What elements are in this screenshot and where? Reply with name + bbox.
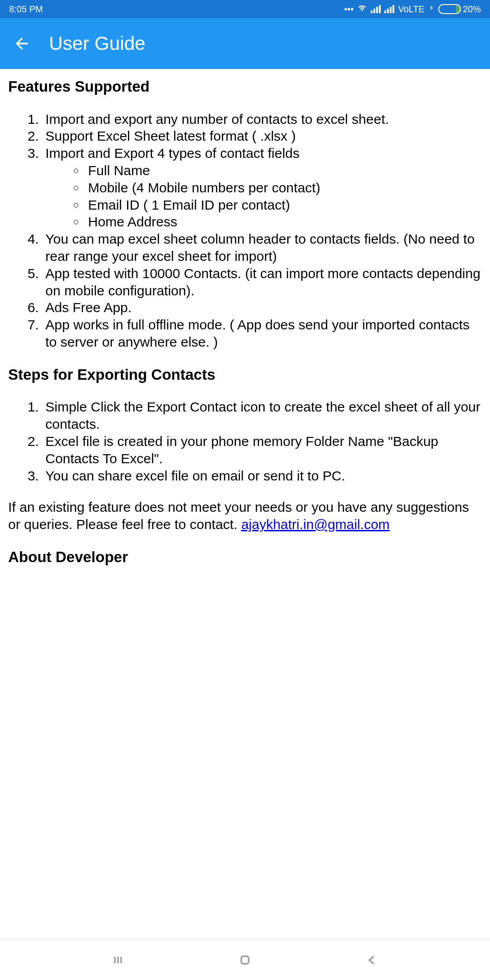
feature-item: Support Excel Sheet latest format ( .xls…: [43, 127, 482, 145]
signal-bars-1-icon: [371, 5, 381, 13]
feature-sub-item: Mobile (4 Mobile numbers per contact): [85, 179, 482, 196]
feature-item-text: Import and Export 4 types of contact fie…: [45, 146, 299, 161]
page-title: User Guide: [49, 33, 145, 54]
battery-icon: [438, 4, 461, 14]
feature-item: Ads Free App.: [43, 299, 482, 316]
about-heading: About Developer: [8, 548, 482, 567]
volte-label: VoLTE: [398, 4, 425, 15]
back-button[interactable]: [11, 33, 33, 54]
export-step-item: You can share excel file on email or sen…: [43, 467, 482, 485]
feature-item: You can map excel sheet column header to…: [43, 230, 482, 265]
status-right: ••• VoLTE 20%: [344, 4, 481, 15]
contact-paragraph: If an existing feature does not meet you…: [8, 499, 482, 533]
contact-email-link[interactable]: ajaykhatri.in@gmail.com: [241, 517, 390, 532]
charging-icon: [428, 4, 435, 15]
feature-item: Import and export any number of contacts…: [43, 111, 482, 128]
more-icon: •••: [344, 4, 353, 15]
feature-item: Import and Export 4 types of contact fie…: [43, 145, 482, 230]
status-time: 8:05 PM: [9, 4, 43, 15]
export-step-item: Simple Click the Export Contact icon to …: [43, 398, 482, 433]
svg-rect-3: [241, 956, 249, 963]
contact-text: If an existing feature does not meet you…: [8, 500, 469, 532]
feature-sublist: Full Name Mobile (4 Mobile numbers per c…: [45, 162, 482, 230]
wifi-icon: [357, 4, 367, 15]
feature-item: App tested with 10000 Contacts. (it can …: [43, 265, 482, 299]
battery-indicator: 20%: [438, 4, 481, 15]
export-step-item: Excel file is created in your phone memo…: [43, 433, 482, 467]
feature-item: App works in full offline mode. ( App do…: [43, 316, 482, 351]
app-bar: User Guide: [0, 18, 490, 69]
features-heading: Features Supported: [8, 77, 482, 96]
export-steps-list: Simple Click the Export Contact icon to …: [8, 398, 482, 484]
recent-apps-button[interactable]: [107, 949, 129, 971]
home-button[interactable]: [234, 949, 256, 971]
chevron-left-icon: [366, 954, 378, 966]
navigation-bar: [0, 939, 490, 980]
features-list: Import and export any number of contacts…: [8, 111, 482, 351]
signal-bars-2-icon: [384, 5, 394, 13]
menu-icon: [112, 954, 124, 966]
battery-percent: 20%: [463, 4, 481, 15]
content-area: Features Supported Import and export any…: [0, 69, 490, 566]
feature-sub-item: Full Name: [85, 162, 482, 179]
export-heading: Steps for Exporting Contacts: [8, 365, 482, 384]
android-back-button[interactable]: [361, 949, 383, 971]
status-bar: 8:05 PM ••• VoLTE 20%: [0, 0, 490, 18]
feature-sub-item: Email ID ( 1 Email ID per contact): [85, 196, 482, 214]
square-icon: [239, 954, 251, 966]
arrow-left-icon: [13, 34, 31, 53]
feature-sub-item: Home Address: [85, 213, 482, 230]
